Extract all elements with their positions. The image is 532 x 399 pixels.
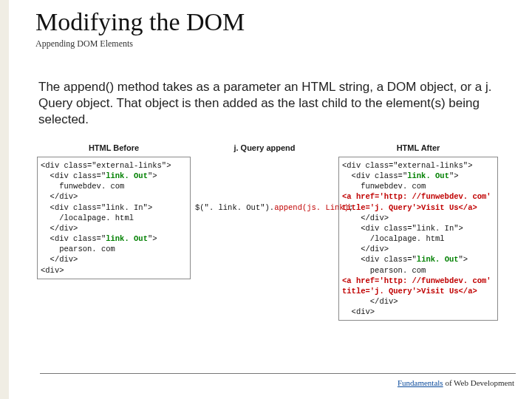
three-column-example: HTML Before <div class="external-links">… — [35, 143, 505, 321]
slide-content: Modifying the DOM Appending DOM Elements… — [9, 0, 532, 321]
after-code-box: <div class="external-links"> <div class=… — [338, 157, 498, 321]
slide-subtitle: Appending DOM Elements — [35, 38, 505, 50]
mid-code-prefix: $(". link. Out"). — [195, 203, 274, 212]
before-code: <div class="external-links"> <div class=… — [41, 160, 187, 276]
slide-title: Modifying the DOM — [35, 9, 505, 35]
body-paragraph: The append() method takes as a parameter… — [35, 79, 505, 128]
mid-code-emph: append(js. Link) — [274, 203, 349, 212]
column-before-header: HTML Before — [37, 143, 191, 154]
before-code-box: <div class="external-links"> <div class=… — [37, 157, 191, 279]
slide: Modifying the DOM Appending DOM Elements… — [9, 0, 532, 399]
footer-rest: of Web Development — [443, 378, 514, 387]
column-after: HTML After <div class="external-links"> … — [338, 143, 498, 321]
after-code: <div class="external-links"> <div class=… — [342, 160, 494, 318]
column-before: HTML Before <div class="external-links">… — [37, 143, 191, 321]
mid-code: $(". link. Out").append(js. Link); — [195, 202, 334, 213]
column-after-header: HTML After — [338, 143, 498, 154]
column-mid-header: j. Query append — [195, 143, 334, 154]
footer-text: Fundamentals of Web Development — [398, 378, 514, 387]
column-mid: j. Query append $(". link. Out").append(… — [195, 143, 334, 321]
footer-rule — [40, 373, 516, 374]
footer-brand: Fundamentals — [398, 378, 443, 387]
